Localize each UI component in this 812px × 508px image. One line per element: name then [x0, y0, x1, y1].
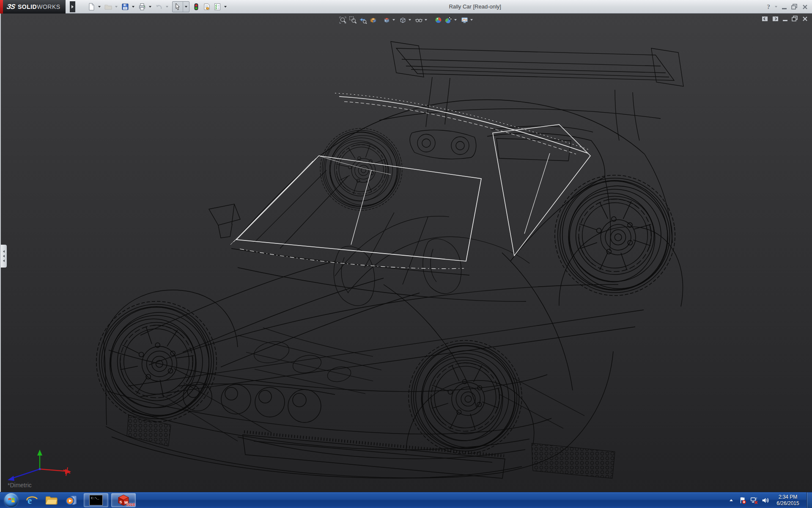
select-tool-group — [172, 1, 189, 12]
view-settings-dropdown[interactable] — [470, 19, 473, 21]
pane-left-icon — [762, 16, 768, 22]
select-tool-button[interactable] — [173, 1, 183, 12]
up-arrow-icon — [730, 499, 733, 501]
display-style-button[interactable] — [398, 15, 408, 25]
close-icon — [802, 4, 808, 10]
minimize-document-button[interactable] — [783, 17, 787, 21]
taskbar-internet-explorer[interactable]: e — [22, 493, 42, 508]
taskbar-solidworks[interactable]: S W 2015 — [111, 493, 136, 507]
clock-time: 2:34 PM — [775, 494, 801, 500]
collapse-arrow-icon — [3, 250, 5, 253]
zoom-to-area-button[interactable] — [348, 15, 358, 25]
taskbar-clock[interactable]: 2:34 PM 6/26/2015 — [775, 494, 801, 507]
undo-arrow-icon — [155, 3, 163, 11]
start-button[interactable] — [4, 493, 18, 507]
options-checklist-icon — [213, 3, 222, 11]
undo-button[interactable] — [154, 1, 164, 12]
options-dropdown[interactable] — [224, 6, 227, 8]
new-document-button[interactable] — [86, 1, 96, 12]
network-status-button[interactable] — [750, 497, 758, 504]
view-settings-icon — [461, 16, 469, 24]
system-tray: 2:34 PM 6/26/2015 — [727, 492, 812, 508]
display-style-icon — [399, 16, 407, 24]
select-dropdown[interactable] — [185, 6, 187, 8]
view-settings-button[interactable] — [459, 15, 469, 25]
print-icon — [138, 3, 146, 11]
help-dropdown[interactable] — [775, 6, 777, 8]
apply-scene-dropdown[interactable] — [454, 19, 457, 21]
clock-date: 6/26/2015 — [775, 500, 801, 507]
save-dropdown[interactable] — [132, 6, 134, 8]
minimize-button[interactable] — [782, 5, 787, 9]
view-orientation-dropdown[interactable] — [392, 19, 395, 21]
display-style-dropdown[interactable] — [409, 19, 411, 21]
show-hidden-icons-button[interactable] — [727, 497, 735, 504]
rally-car-wireframe — [1, 14, 812, 492]
open-folder-icon — [104, 3, 112, 11]
help-button[interactable]: ? — [767, 3, 771, 11]
headsup-view-toolbar — [337, 15, 475, 25]
file-properties-button[interactable] — [202, 1, 212, 12]
apply-scene-button[interactable] — [443, 15, 453, 25]
collapse-left-pane-button[interactable] — [762, 16, 768, 22]
restore-button[interactable] — [791, 4, 798, 10]
brand-text: SOLIDWORKS — [18, 3, 60, 10]
feature-pane-collapse-tab[interactable] — [1, 245, 7, 268]
taskbar-windows-explorer[interactable] — [42, 493, 61, 508]
solidworks-glyph-icon: ЗS — [6, 3, 15, 11]
save-button[interactable] — [120, 1, 130, 12]
command-prompt-icon: C:\_ — [89, 495, 103, 505]
zoom-to-area-icon — [349, 16, 357, 24]
hide-show-items-dropdown[interactable] — [425, 19, 427, 21]
reference-triad — [4, 449, 72, 485]
folder-icon — [45, 495, 58, 505]
section-view-button[interactable] — [368, 15, 378, 25]
undo-dropdown[interactable] — [166, 6, 168, 8]
close-button[interactable] — [802, 4, 808, 10]
internet-explorer-icon: e — [26, 495, 38, 506]
edit-appearance-button[interactable] — [433, 15, 443, 25]
zoom-to-fit-button[interactable] — [337, 15, 348, 25]
pane-right-icon — [772, 16, 779, 22]
expand-right-pane-button[interactable] — [772, 16, 779, 22]
menu-flyout-button[interactable] — [70, 1, 75, 12]
section-view-icon — [369, 16, 377, 24]
taskbar-command-prompt[interactable]: C:\_ — [84, 493, 108, 507]
restore-document-button[interactable] — [792, 16, 798, 22]
open-button[interactable] — [103, 1, 113, 12]
rebuild-button[interactable] — [191, 1, 201, 12]
sw-2015-badge: 2015 — [126, 502, 135, 507]
volume-button[interactable] — [762, 497, 769, 504]
zoom-to-fit-icon — [339, 16, 347, 24]
open-dropdown[interactable] — [115, 6, 118, 8]
solidworks-logo: ЗS SOLIDWORKS — [0, 0, 66, 14]
rebuild-trafficlight-icon — [192, 3, 200, 11]
main-toolbar — [86, 1, 229, 12]
new-dropdown[interactable] — [98, 6, 101, 8]
minimize-document-icon — [783, 20, 787, 21]
view-orientation-label: *Dimetric — [8, 482, 32, 489]
media-player-icon — [65, 495, 77, 506]
minimize-icon — [782, 8, 787, 9]
previous-view-button[interactable] — [358, 15, 368, 25]
show-desktop-button[interactable] — [807, 492, 812, 508]
previous-view-icon — [359, 16, 367, 24]
options-button[interactable] — [212, 1, 222, 12]
hide-show-items-button[interactable] — [414, 15, 424, 25]
restore-document-icon — [792, 16, 798, 22]
print-dropdown[interactable] — [149, 6, 151, 8]
file-properties-icon — [203, 3, 211, 11]
view-orientation-button[interactable] — [381, 15, 392, 25]
print-button[interactable] — [137, 1, 147, 12]
graphics-viewport[interactable]: *Dimetric — [0, 14, 812, 492]
action-center-flag-icon — [739, 497, 746, 504]
sw-letter-s: S — [120, 500, 122, 504]
view-orientation-icon — [383, 16, 391, 24]
collapse-arrow-icon — [3, 255, 5, 257]
select-cursor-icon — [173, 3, 182, 11]
edit-appearance-icon — [434, 16, 442, 24]
close-document-button[interactable] — [802, 16, 808, 22]
action-center-button[interactable] — [739, 497, 746, 504]
new-document-icon — [87, 3, 96, 11]
taskbar-media-player[interactable] — [61, 493, 81, 508]
